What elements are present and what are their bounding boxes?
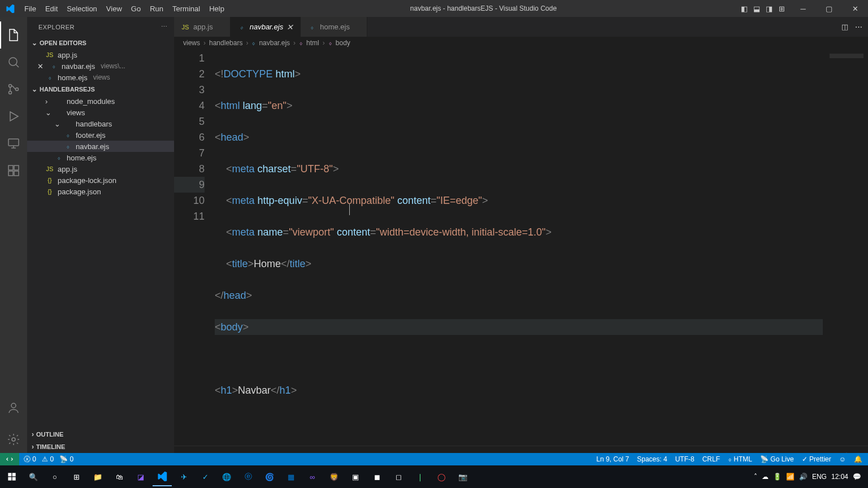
status-golive[interactable]: 📡 Go Live [760, 455, 794, 463]
taskbar-terminal-icon[interactable]: ▣ [346, 467, 365, 486]
start-button[interactable] [2, 467, 21, 486]
svg-rect-7 [14, 171, 19, 176]
outline-section[interactable]: ›OUTLINE [27, 428, 174, 441]
remote-indicator-icon[interactable] [0, 453, 19, 465]
remote-explorer-icon[interactable] [0, 130, 27, 157]
search-icon[interactable] [0, 49, 27, 76]
svg-point-0 [9, 58, 17, 66]
open-editor-item[interactable]: ⬨home.ejsviews [27, 72, 174, 83]
tray-volume-icon[interactable]: 🔊 [799, 473, 808, 481]
status-language[interactable]: ⬨ HTML [728, 455, 752, 463]
tray-clock[interactable]: 12:04 [831, 473, 848, 481]
minimap[interactable] [823, 50, 868, 446]
menu-file[interactable]: File [20, 5, 41, 13]
project-section[interactable]: ⌄HANDLEBARSEJS [27, 83, 174, 95]
status-errors[interactable]: ⓧ 0 [24, 455, 36, 464]
maximize-button[interactable]: ▢ [816, 0, 842, 17]
taskbar-app7-icon[interactable]: ◯ [432, 467, 451, 486]
editor-tab[interactable]: ⬨home.ejs✕ [301, 17, 367, 37]
file-tree-item[interactable]: JSapp.js [27, 163, 174, 175]
tray-notifications-icon[interactable]: 💬 [853, 473, 861, 481]
explorer-icon[interactable] [0, 21, 27, 49]
status-feedback-icon[interactable]: ☺ [839, 455, 846, 463]
file-tree-item[interactable]: {}package-lock.json [27, 175, 174, 186]
menu-edit[interactable]: Edit [41, 5, 62, 13]
menu-selection[interactable]: Selection [62, 5, 101, 13]
layout-left-icon[interactable]: ◧ [738, 5, 750, 13]
tray-onedrive-icon[interactable]: ☁ [762, 473, 769, 481]
status-encoding[interactable]: UTF-8 [675, 455, 695, 463]
minimize-button[interactable]: ─ [790, 0, 816, 17]
code-editor[interactable]: 1234567891011 <!DOCTYPE html> <html lang… [174, 49, 868, 446]
timeline-section[interactable]: ›TIMELINE [27, 441, 174, 453]
taskbar-app2-icon[interactable]: 🌀 [260, 467, 279, 486]
file-tree-item[interactable]: ⬨footer.ejs [27, 129, 174, 141]
taskbar-search-icon[interactable]: 🔍 [24, 467, 43, 486]
file-tree-item[interactable]: ›node_modules [27, 95, 174, 107]
tray-battery-icon[interactable]: 🔋 [773, 473, 782, 481]
status-spaces[interactable]: Spaces: 4 [637, 455, 667, 463]
taskbar-app3-icon[interactable]: ▦ [281, 467, 301, 486]
file-tree-item[interactable]: ⌄handlebars [27, 118, 174, 129]
taskbar-chrome-icon[interactable]: 🌐 [217, 467, 236, 486]
layout-right-icon[interactable]: ◨ [763, 5, 775, 13]
status-warnings[interactable]: ⚠ 0 [42, 455, 54, 463]
taskbar-app5-icon[interactable]: ◻ [389, 467, 408, 486]
svg-rect-6 [8, 171, 13, 176]
windows-taskbar: 🔍 ○ ⊞ 📁 🛍 ◪ ✈ ✓ 🌐 ⓔ 🌀 ▦ ∞ 🦁 ▣ ◼ ◻ ❘ ◯ 📷 … [0, 465, 868, 488]
open-editors-section[interactable]: ⌄OPEN EDITORS [27, 37, 174, 49]
status-bar: ⓧ 0 ⚠ 0 📡 0 Ln 9, Col 7 Spaces: 4 UTF-8 … [0, 453, 868, 465]
layout-bottom-icon[interactable]: ⬓ [750, 5, 763, 13]
taskbar-edge-icon[interactable]: ⓔ [238, 467, 258, 486]
svg-rect-14 [12, 477, 16, 481]
taskbar-app1-icon[interactable]: ◪ [131, 467, 150, 486]
taskbar-brave-icon[interactable]: 🦁 [324, 467, 344, 486]
taskbar-app8-icon[interactable]: 📷 [453, 467, 472, 486]
menu-view[interactable]: View [102, 5, 127, 13]
taskbar-vs-icon[interactable]: ∞ [303, 467, 322, 486]
open-editor-item[interactable]: JSapp.js [27, 49, 174, 60]
taskbar-app4-icon[interactable]: ◼ [367, 467, 387, 486]
more-actions-icon[interactable]: ⋯ [855, 23, 862, 31]
taskbar-check-icon[interactable]: ✓ [196, 467, 215, 486]
taskbar-explorer-icon[interactable]: 📁 [88, 467, 107, 486]
code-lines[interactable]: <!DOCTYPE html> <html lang="en"> <head> … [215, 50, 823, 446]
editor-tab[interactable]: JSapp.js✕ [174, 17, 231, 37]
breadcrumb[interactable]: views› handlebars› ⬨navbar.ejs› ⬨html› ⬨… [174, 37, 868, 49]
file-tree-item[interactable]: ⬨navbar.ejs [27, 141, 174, 152]
panel: PROBLEMS OUTPUT DEBUG CONSOLE TERMINAL ▸… [174, 446, 868, 453]
status-bell-icon[interactable]: 🔔 [854, 455, 862, 463]
explorer-more-icon[interactable]: ⋯ [161, 23, 168, 30]
status-ln-col[interactable]: Ln 9, Col 7 [596, 455, 629, 463]
menu-go[interactable]: Go [127, 5, 145, 13]
extensions-icon[interactable] [0, 157, 27, 184]
file-tree-item[interactable]: ⌄views [27, 107, 174, 118]
settings-gear-icon[interactable] [0, 426, 27, 453]
menu-terminal[interactable]: Terminal [168, 5, 205, 13]
split-editor-icon[interactable]: ◫ [841, 23, 848, 31]
menu-run[interactable]: Run [145, 5, 168, 13]
tray-language[interactable]: ENG [812, 473, 827, 481]
run-debug-icon[interactable] [0, 103, 27, 130]
layout-custom-icon[interactable]: ⊞ [775, 5, 788, 13]
svg-rect-4 [8, 139, 19, 146]
tray-wifi-icon[interactable]: 📶 [786, 473, 795, 481]
taskbar-taskview-icon[interactable]: ⊞ [67, 467, 86, 486]
file-tree-item[interactable]: ⬨home.ejs [27, 152, 174, 163]
close-button[interactable]: ✕ [842, 0, 868, 17]
taskbar-cortana-icon[interactable]: ○ [45, 467, 64, 486]
status-port[interactable]: 📡 0 [59, 455, 73, 463]
accounts-icon[interactable] [0, 394, 27, 421]
editor-tab[interactable]: ⬨navbar.ejs✕ [231, 17, 301, 37]
status-eol[interactable]: CRLF [702, 455, 720, 463]
taskbar-telegram-icon[interactable]: ✈ [174, 467, 193, 486]
open-editor-item[interactable]: ✕⬨navbar.ejsviews\... [27, 60, 174, 72]
tray-expand-icon[interactable]: ˄ [754, 473, 757, 481]
menu-help[interactable]: Help [205, 5, 229, 13]
source-control-icon[interactable] [0, 76, 27, 103]
taskbar-app6-icon[interactable]: ❘ [410, 467, 429, 486]
status-prettier[interactable]: ✓ Prettier [802, 455, 831, 463]
file-tree-item[interactable]: {}package.json [27, 186, 174, 197]
taskbar-vscode-icon[interactable] [153, 467, 172, 486]
taskbar-store-icon[interactable]: 🛍 [110, 467, 129, 486]
